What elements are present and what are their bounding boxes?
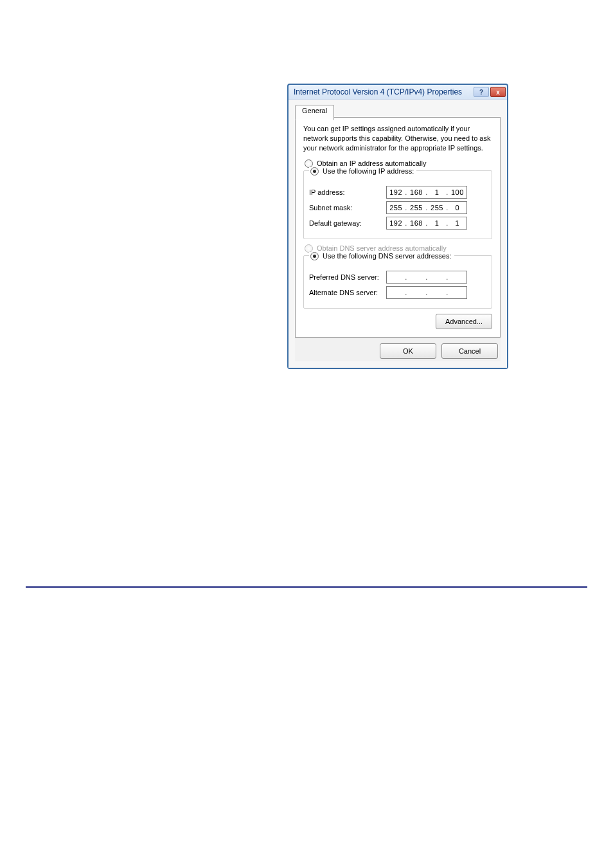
input-preferred-dns[interactable]: . . .: [386, 271, 467, 284]
description-text: You can get IP settings assigned automat…: [303, 124, 492, 153]
help-button[interactable]: ?: [474, 87, 489, 97]
tab-strip: General: [295, 105, 501, 118]
advanced-button[interactable]: Advanced...: [436, 314, 492, 329]
input-alternate-dns[interactable]: . . .: [386, 286, 467, 299]
radio-label: Use the following IP address:: [323, 167, 414, 175]
radio-icon: [310, 252, 319, 260]
tab-body-general: You can get IP settings assigned automat…: [295, 117, 501, 338]
input-default-gateway[interactable]: 192. 168. 1. 1: [386, 217, 467, 230]
row-ip-address: IP address: 192. 168. 1. 100: [309, 186, 486, 199]
input-subnet-mask[interactable]: 255. 255. 255. 0: [386, 201, 467, 214]
dialog-button-row: OK Cancel: [295, 338, 501, 361]
ip-address-group: Use the following IP address: IP address…: [303, 170, 492, 239]
row-default-gateway: Default gateway: 192. 168. 1. 1: [309, 217, 486, 230]
radio-label: Obtain DNS server address automatically: [317, 244, 447, 252]
ok-button[interactable]: OK: [380, 343, 436, 359]
label-preferred-dns: Preferred DNS server:: [309, 273, 386, 281]
label-alternate-dns: Alternate DNS server:: [309, 289, 386, 296]
radio-icon: [310, 167, 319, 176]
label-default-gateway: Default gateway:: [309, 219, 386, 227]
radio-label: Obtain an IP address automatically: [317, 159, 426, 167]
titlebar[interactable]: Internet Protocol Version 4 (TCP/IPv4) P…: [289, 85, 507, 99]
page-divider: [26, 586, 587, 588]
radio-use-following-dns[interactable]: Use the following DNS server addresses:: [309, 252, 454, 260]
row-preferred-dns: Preferred DNS server: . . .: [309, 271, 486, 284]
row-alternate-dns: Alternate DNS server: . . .: [309, 286, 486, 299]
ipv4-properties-dialog: Internet Protocol Version 4 (TCP/IPv4) P…: [287, 84, 508, 369]
close-button[interactable]: x: [490, 87, 506, 97]
dns-server-group: Use the following DNS server addresses: …: [303, 255, 492, 309]
label-ip-address: IP address:: [309, 188, 386, 196]
help-icon: ?: [479, 89, 483, 96]
radio-use-following-ip[interactable]: Use the following IP address:: [309, 167, 416, 176]
row-subnet-mask: Subnet mask: 255. 255. 255. 0: [309, 201, 486, 214]
cancel-button[interactable]: Cancel: [441, 343, 498, 359]
dialog-client: General You can get IP settings assigned…: [289, 99, 507, 368]
label-subnet-mask: Subnet mask:: [309, 204, 386, 212]
input-ip-address[interactable]: 192. 168. 1. 100: [386, 186, 467, 199]
close-icon: x: [496, 89, 500, 96]
dialog-title: Internet Protocol Version 4 (TCP/IPv4) P…: [294, 87, 472, 96]
advanced-row: Advanced...: [303, 314, 492, 329]
radio-label: Use the following DNS server addresses:: [323, 252, 452, 260]
tab-general[interactable]: General: [295, 105, 334, 120]
